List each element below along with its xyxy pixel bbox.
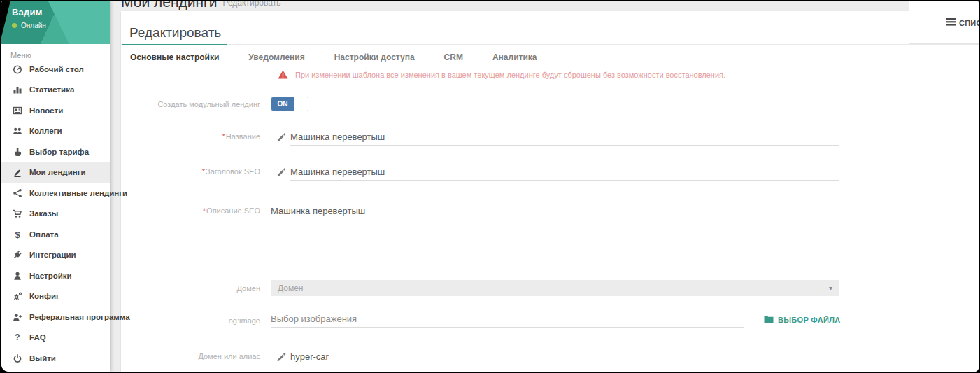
sidebar: Вадим Онлайн Меню Рабочий стол Статистик… xyxy=(1,1,110,372)
pen-icon xyxy=(12,167,23,177)
name-input[interactable] xyxy=(290,129,839,146)
tab-access-settings[interactable]: Настройки доступа xyxy=(333,45,416,68)
tab-analytics[interactable]: Аналитика xyxy=(491,45,539,68)
og-image-input[interactable] xyxy=(271,311,744,328)
chevron-down-icon: ▾ xyxy=(829,284,832,292)
sidebar-item-dashboard[interactable]: Рабочий стол xyxy=(1,59,110,80)
users-icon xyxy=(12,126,23,136)
sidebar-item-label: Реферальная программа xyxy=(29,313,130,321)
sidebar-item-news[interactable]: Новости xyxy=(1,100,110,121)
domain-label: Домен xyxy=(121,284,260,293)
seo-title-input[interactable] xyxy=(290,164,839,181)
modular-landing-label: Создать модульный лендинг xyxy=(121,100,260,108)
sidebar-item-faq[interactable]: ? FAQ xyxy=(1,328,110,349)
modular-landing-toggle[interactable]: ON xyxy=(271,97,308,111)
tab-notifications[interactable]: Уведомления xyxy=(247,45,306,68)
sidebar-item-label: Выйти xyxy=(29,354,56,363)
sidebar-item-label: Коллеги xyxy=(29,127,62,135)
sidebar-item-label: Коллективные лендинги xyxy=(29,189,127,197)
sidebar-item-orders[interactable]: Заказы xyxy=(1,204,110,225)
tab-main-settings[interactable]: Основные настройки xyxy=(129,45,220,68)
dollar-icon: $ xyxy=(12,230,23,239)
pencil-icon xyxy=(276,167,286,176)
sidebar-item-referral[interactable]: Реферальная программа xyxy=(1,307,110,328)
sidebar-item-payment[interactable]: $ Оплата xyxy=(1,224,110,245)
sidebar-item-label: Выбор тарифа xyxy=(29,148,89,156)
choose-file-button[interactable]: ВЫБОР ФАЙЛА xyxy=(764,315,841,325)
pencil-icon xyxy=(276,351,286,361)
tab-bar: Основные настройки Уведомления Настройки… xyxy=(121,44,979,68)
plug-icon xyxy=(12,250,23,260)
list-button[interactable]: СПИСОК xyxy=(946,18,979,27)
hand-pointer-icon xyxy=(12,147,23,157)
choose-file-label: ВЫБОР ФАЙЛА xyxy=(778,316,841,324)
list-button-label: СПИСОК xyxy=(959,19,979,27)
sidebar-item-integrations[interactable]: Интеграции xyxy=(1,245,110,266)
bar-chart-icon xyxy=(12,85,23,94)
sidebar-item-collective-landings[interactable]: Коллективные лендинги xyxy=(1,183,110,204)
sidebar-item-label: Конфиг xyxy=(29,292,59,300)
sidebar-item-label: Заказы xyxy=(29,209,58,218)
online-status-dot xyxy=(12,23,17,28)
sidebar-item-statistics[interactable]: Статистика xyxy=(1,80,110,101)
news-icon xyxy=(12,106,23,115)
required-asterisk: * xyxy=(202,167,205,176)
pencil-icon xyxy=(276,132,286,141)
alias-input[interactable] xyxy=(290,349,839,365)
user-status: Онлайн xyxy=(12,22,110,29)
sidebar-item-label: Оплата xyxy=(29,230,59,239)
sidebar-item-config[interactable]: Конфиг xyxy=(1,286,110,307)
sidebar-item-settings[interactable]: Настройки xyxy=(1,265,110,286)
folder-icon xyxy=(764,315,774,325)
share-icon xyxy=(12,188,23,198)
warning-icon xyxy=(278,70,288,79)
sidebar-item-label: Статистика xyxy=(29,85,74,94)
sidebar-item-label: FAQ xyxy=(29,333,46,342)
seo-title-label: *Заголовок SEO xyxy=(121,167,260,176)
sidebar-item-colleagues[interactable]: Коллеги xyxy=(1,121,110,142)
user-name: Вадим xyxy=(12,7,110,17)
sidebar-item-label: Рабочий стол xyxy=(29,65,84,73)
dashboard-icon xyxy=(12,64,23,74)
list-icon xyxy=(946,18,956,27)
sidebar-item-my-landings[interactable]: Мои лендинги xyxy=(1,162,110,183)
page-title-text: Мои лендинги xyxy=(121,1,217,10)
required-asterisk: * xyxy=(203,206,206,215)
og-image-label: og:image xyxy=(121,316,260,325)
profile-header: Вадим Онлайн xyxy=(1,1,110,44)
warning-text: При изменении шаблона все изменения в ва… xyxy=(295,71,725,79)
svg-text:$: $ xyxy=(15,230,20,239)
sidebar-item-label: Мои лендинги xyxy=(29,168,86,176)
required-asterisk: * xyxy=(222,132,225,141)
sidebar-item-logout[interactable]: Выйти xyxy=(1,348,110,369)
sidebar-item-label: Новости xyxy=(29,106,63,115)
question-icon: ? xyxy=(12,332,23,342)
domain-select[interactable]: Домен ▾ xyxy=(271,280,839,296)
cart-icon xyxy=(12,209,23,218)
seo-description-textarea[interactable]: Машинка перевертыш xyxy=(271,204,839,260)
page-subtitle-text: Редактировать xyxy=(222,1,280,8)
domain-select-value: Домен xyxy=(278,283,829,293)
top-right-toolbar: СПИСОК xyxy=(909,1,979,44)
main-content: Мои лендингиРедактировать СПИСОК Редакти… xyxy=(110,1,979,372)
sidebar-item-tariff[interactable]: Выбор тарифа xyxy=(1,141,110,162)
template-warning: При изменении шаблона все изменения в ва… xyxy=(278,70,725,79)
user-status-label: Онлайн xyxy=(21,22,46,29)
seo-description-label: *Описание SEO xyxy=(121,206,260,215)
tab-crm[interactable]: CRM xyxy=(443,45,464,68)
gears-icon xyxy=(12,291,23,301)
card-title: Редактировать xyxy=(129,25,221,41)
power-icon xyxy=(12,353,23,363)
app-window: Вадим Онлайн Меню Рабочий стол Статистик… xyxy=(1,1,979,372)
svg-text:?: ? xyxy=(15,332,20,342)
sidebar-menu: Рабочий стол Статистика Новости Коллеги … xyxy=(1,59,110,372)
sidebar-item-label: Настройки xyxy=(29,272,72,280)
toggle-on-label: ON xyxy=(271,97,294,111)
sidebar-item-label: Интеграции xyxy=(29,251,76,259)
toggle-knob xyxy=(294,97,308,111)
name-label: *Название xyxy=(121,132,260,141)
alias-label: Домен или алиас xyxy=(121,352,260,360)
user-icon xyxy=(12,271,23,281)
edit-card: Редактировать Основные настройки Уведомл… xyxy=(121,11,979,372)
user-plus-icon xyxy=(12,312,23,322)
